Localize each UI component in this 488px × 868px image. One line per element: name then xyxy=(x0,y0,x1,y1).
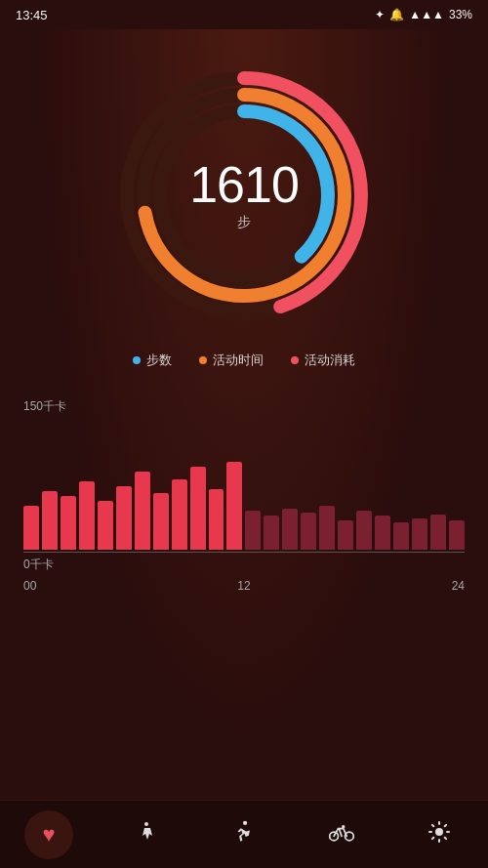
time-display: 13:45 xyxy=(16,8,48,22)
legend-label-calorie: 活动消耗 xyxy=(305,351,355,369)
notification-icon: 🔔 xyxy=(389,8,404,21)
nav-heart[interactable]: ♥ xyxy=(24,810,73,859)
main-content: 1610 步 步数 活动时间 活动消耗 150千卡 0千卡 00 12 xyxy=(0,29,488,868)
chart-x-axis: 00 12 24 xyxy=(23,579,465,593)
bar-9 xyxy=(190,467,206,550)
ring-center: 1610 步 xyxy=(189,159,299,231)
legend-calorie: 活动消耗 xyxy=(291,351,355,369)
bar-22 xyxy=(430,515,446,550)
bar-4 xyxy=(98,501,113,550)
sun-icon xyxy=(427,820,451,849)
legend-label-steps: 步数 xyxy=(146,351,172,369)
bar-18 xyxy=(356,511,372,550)
bar-20 xyxy=(393,522,409,550)
nav-sun[interactable] xyxy=(415,810,464,859)
walk-icon xyxy=(135,820,158,849)
bar-19 xyxy=(375,516,390,550)
ring-chart-container: 1610 步 xyxy=(107,59,381,332)
bluetooth-icon: ✦ xyxy=(375,8,385,21)
bar-0 xyxy=(23,506,39,550)
bar-13 xyxy=(264,516,279,550)
legend-dot-calorie xyxy=(291,356,299,364)
svg-point-7 xyxy=(342,825,346,829)
chart-legend: 步数 活动时间 活动消耗 xyxy=(133,351,355,369)
svg-point-3 xyxy=(144,822,148,826)
nav-walk[interactable] xyxy=(122,810,171,859)
legend-dot-time xyxy=(199,356,207,364)
cycle-icon xyxy=(328,820,355,849)
legend-time: 活动时间 xyxy=(199,351,264,369)
steps-count: 1610 xyxy=(189,159,299,210)
bar-chart xyxy=(23,423,465,550)
bar-16 xyxy=(319,506,335,550)
bar-7 xyxy=(153,493,169,550)
bar-3 xyxy=(79,481,95,550)
chart-wrapper: 0千卡 00 12 24 xyxy=(23,423,465,579)
battery-text: 33% xyxy=(449,8,472,21)
bottom-navigation: ♥ xyxy=(0,800,488,868)
bar-8 xyxy=(172,479,187,550)
bar-15 xyxy=(301,513,316,550)
bar-10 xyxy=(209,489,224,550)
bar-2 xyxy=(61,496,76,550)
signal-icon: ▲▲▲ xyxy=(409,8,444,21)
x-label-24: 24 xyxy=(452,579,465,593)
status-icons: ✦ 🔔 ▲▲▲ 33% xyxy=(375,8,472,21)
chart-top-label: 150千卡 xyxy=(23,398,465,415)
bar-23 xyxy=(449,520,465,550)
bar-1 xyxy=(42,491,58,550)
chart-bottom-label: 0千卡 xyxy=(23,557,465,573)
bar-5 xyxy=(116,486,132,550)
legend-label-time: 活动时间 xyxy=(213,351,264,369)
bar-14 xyxy=(282,509,298,550)
bar-chart-area: 150千卡 0千卡 00 12 24 xyxy=(0,398,488,868)
bar-12 xyxy=(245,511,261,550)
x-label-0: 00 xyxy=(23,579,36,593)
steps-unit: 步 xyxy=(189,214,299,231)
heart-icon: ♥ xyxy=(42,822,55,847)
x-label-12: 12 xyxy=(237,579,250,593)
legend-dot-steps xyxy=(133,356,141,364)
chart-baseline xyxy=(23,552,465,553)
bar-17 xyxy=(338,520,353,550)
nav-run[interactable] xyxy=(220,810,268,859)
legend-steps: 步数 xyxy=(133,351,172,369)
bar-11 xyxy=(226,462,242,550)
status-bar: 13:45 ✦ 🔔 ▲▲▲ 33% xyxy=(0,0,488,29)
svg-point-8 xyxy=(435,828,443,836)
svg-point-4 xyxy=(243,820,247,824)
nav-cycle[interactable] xyxy=(317,810,366,859)
bar-6 xyxy=(135,472,150,550)
bar-21 xyxy=(412,518,427,550)
run-icon xyxy=(231,819,257,850)
